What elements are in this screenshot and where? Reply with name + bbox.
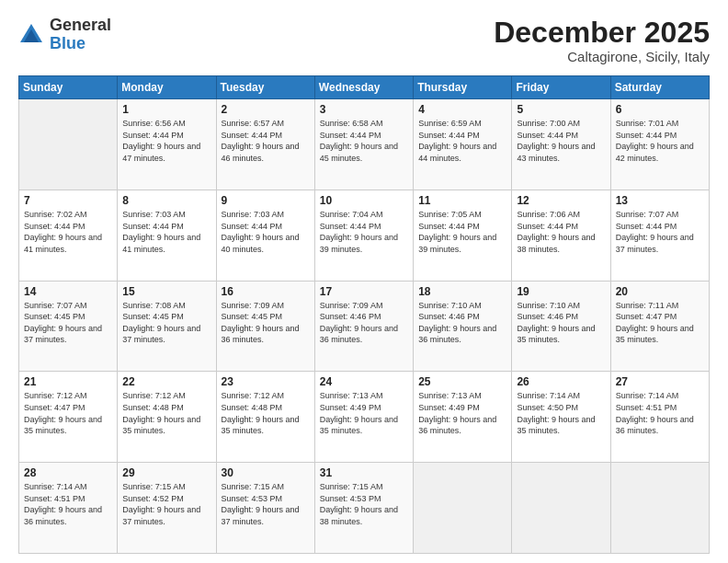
calendar-cell: 6Sunrise: 7:01 AMSunset: 4:44 PMDaylight…: [610, 99, 709, 190]
calendar-cell: 5Sunrise: 7:00 AMSunset: 4:44 PMDaylight…: [512, 99, 610, 190]
day-info: Sunrise: 7:14 AMSunset: 4:51 PMDaylight:…: [616, 390, 704, 436]
calendar-cell: 12Sunrise: 7:06 AMSunset: 4:44 PMDayligh…: [512, 190, 610, 281]
day-header-saturday: Saturday: [610, 76, 709, 99]
day-info: Sunrise: 7:15 AMSunset: 4:53 PMDaylight:…: [222, 481, 310, 527]
day-number: 24: [320, 375, 408, 388]
day-number: 4: [418, 103, 506, 116]
calendar-cell: 8Sunrise: 7:03 AMSunset: 4:44 PMDaylight…: [118, 190, 216, 281]
calendar-cell: 26Sunrise: 7:14 AMSunset: 4:50 PMDayligh…: [512, 372, 610, 463]
day-info: Sunrise: 7:13 AMSunset: 4:49 PMDaylight:…: [320, 390, 408, 436]
day-number: 30: [222, 466, 310, 479]
calendar-header: SundayMondayTuesdayWednesdayThursdayFrid…: [19, 76, 710, 99]
calendar-cell: 2Sunrise: 6:57 AMSunset: 4:44 PMDaylight…: [216, 99, 314, 190]
day-info: Sunrise: 7:15 AMSunset: 4:53 PMDaylight:…: [320, 481, 408, 527]
day-number: 9: [222, 194, 310, 207]
logo-general: General: [50, 16, 111, 34]
day-info: Sunrise: 7:03 AMSunset: 4:44 PMDaylight:…: [122, 209, 210, 255]
title-block: December 2025 Caltagirone, Sicily, Italy: [494, 17, 710, 64]
day-info: Sunrise: 6:59 AMSunset: 4:44 PMDaylight:…: [418, 118, 506, 164]
day-info: Sunrise: 7:07 AMSunset: 4:44 PMDaylight:…: [616, 209, 704, 255]
day-info: Sunrise: 7:15 AMSunset: 4:52 PMDaylight:…: [122, 481, 210, 527]
calendar-cell: [512, 463, 610, 554]
day-info: Sunrise: 7:10 AMSunset: 4:46 PMDaylight:…: [517, 300, 605, 346]
day-info: Sunrise: 7:12 AMSunset: 4:47 PMDaylight:…: [24, 390, 112, 436]
calendar-cell: 18Sunrise: 7:10 AMSunset: 4:46 PMDayligh…: [414, 281, 512, 372]
day-number: 28: [24, 466, 112, 479]
calendar-cell: 14Sunrise: 7:07 AMSunset: 4:45 PMDayligh…: [19, 281, 118, 372]
calendar-cell: 21Sunrise: 7:12 AMSunset: 4:47 PMDayligh…: [19, 372, 118, 463]
day-header-sunday: Sunday: [19, 76, 118, 99]
calendar-cell: 13Sunrise: 7:07 AMSunset: 4:44 PMDayligh…: [610, 190, 709, 281]
day-number: 15: [122, 285, 210, 298]
calendar-cell: [414, 463, 512, 554]
week-row-0: 1Sunrise: 6:56 AMSunset: 4:44 PMDaylight…: [19, 99, 710, 190]
header-row: SundayMondayTuesdayWednesdayThursdayFrid…: [19, 76, 710, 99]
day-number: 16: [222, 285, 310, 298]
week-row-2: 14Sunrise: 7:07 AMSunset: 4:45 PMDayligh…: [19, 281, 710, 372]
calendar-cell: [610, 463, 709, 554]
day-number: 8: [122, 194, 210, 207]
day-number: 7: [24, 194, 112, 207]
day-number: 2: [222, 103, 310, 116]
day-info: Sunrise: 7:14 AMSunset: 4:51 PMDaylight:…: [24, 481, 112, 527]
calendar-cell: [19, 99, 118, 190]
day-number: 19: [517, 285, 605, 298]
calendar-cell: 9Sunrise: 7:03 AMSunset: 4:44 PMDaylight…: [216, 190, 314, 281]
logo: General Blue: [18, 17, 111, 53]
day-number: 26: [517, 375, 605, 388]
month-title: December 2025: [494, 17, 710, 49]
week-row-4: 28Sunrise: 7:14 AMSunset: 4:51 PMDayligh…: [19, 463, 710, 554]
day-info: Sunrise: 7:09 AMSunset: 4:46 PMDaylight:…: [320, 300, 408, 346]
day-info: Sunrise: 7:05 AMSunset: 4:44 PMDaylight:…: [418, 209, 506, 255]
calendar-body: 1Sunrise: 6:56 AMSunset: 4:44 PMDaylight…: [19, 99, 710, 554]
week-row-1: 7Sunrise: 7:02 AMSunset: 4:44 PMDaylight…: [19, 190, 710, 281]
day-info: Sunrise: 7:14 AMSunset: 4:50 PMDaylight:…: [517, 390, 605, 436]
day-info: Sunrise: 7:10 AMSunset: 4:46 PMDaylight:…: [418, 300, 506, 346]
logo-text: General Blue: [50, 17, 111, 53]
day-info: Sunrise: 6:57 AMSunset: 4:44 PMDaylight:…: [222, 118, 310, 164]
calendar-cell: 31Sunrise: 7:15 AMSunset: 4:53 PMDayligh…: [314, 463, 413, 554]
day-number: 6: [616, 103, 704, 116]
calendar-cell: 29Sunrise: 7:15 AMSunset: 4:52 PMDayligh…: [118, 463, 216, 554]
day-number: 18: [418, 285, 506, 298]
day-info: Sunrise: 7:02 AMSunset: 4:44 PMDaylight:…: [24, 209, 112, 255]
day-info: Sunrise: 7:12 AMSunset: 4:48 PMDaylight:…: [122, 390, 210, 436]
calendar-cell: 28Sunrise: 7:14 AMSunset: 4:51 PMDayligh…: [19, 463, 118, 554]
day-number: 25: [418, 375, 506, 388]
day-number: 17: [320, 285, 408, 298]
calendar-cell: 24Sunrise: 7:13 AMSunset: 4:49 PMDayligh…: [314, 372, 413, 463]
day-number: 22: [122, 375, 210, 388]
day-info: Sunrise: 6:56 AMSunset: 4:44 PMDaylight:…: [122, 118, 210, 164]
day-info: Sunrise: 7:03 AMSunset: 4:44 PMDaylight:…: [222, 209, 310, 255]
day-info: Sunrise: 7:09 AMSunset: 4:45 PMDaylight:…: [222, 300, 310, 346]
day-header-thursday: Thursday: [414, 76, 512, 99]
day-number: 21: [24, 375, 112, 388]
day-info: Sunrise: 7:06 AMSunset: 4:44 PMDaylight:…: [517, 209, 605, 255]
day-info: Sunrise: 7:01 AMSunset: 4:44 PMDaylight:…: [616, 118, 704, 164]
day-info: Sunrise: 7:11 AMSunset: 4:47 PMDaylight:…: [616, 300, 704, 346]
calendar-cell: 27Sunrise: 7:14 AMSunset: 4:51 PMDayligh…: [610, 372, 709, 463]
day-info: Sunrise: 7:13 AMSunset: 4:49 PMDaylight:…: [418, 390, 506, 436]
day-number: 29: [122, 466, 210, 479]
day-header-monday: Monday: [118, 76, 216, 99]
day-number: 27: [616, 375, 704, 388]
calendar-cell: 25Sunrise: 7:13 AMSunset: 4:49 PMDayligh…: [414, 372, 512, 463]
calendar-cell: 16Sunrise: 7:09 AMSunset: 4:45 PMDayligh…: [216, 281, 314, 372]
day-info: Sunrise: 7:07 AMSunset: 4:45 PMDaylight:…: [24, 300, 112, 346]
day-number: 11: [418, 194, 506, 207]
day-header-wednesday: Wednesday: [314, 76, 413, 99]
day-header-tuesday: Tuesday: [216, 76, 314, 99]
calendar-cell: 1Sunrise: 6:56 AMSunset: 4:44 PMDaylight…: [118, 99, 216, 190]
day-number: 5: [517, 103, 605, 116]
week-row-3: 21Sunrise: 7:12 AMSunset: 4:47 PMDayligh…: [19, 372, 710, 463]
day-info: Sunrise: 6:58 AMSunset: 4:44 PMDaylight:…: [320, 118, 408, 164]
calendar-cell: 7Sunrise: 7:02 AMSunset: 4:44 PMDaylight…: [19, 190, 118, 281]
calendar-cell: 17Sunrise: 7:09 AMSunset: 4:46 PMDayligh…: [314, 281, 413, 372]
day-number: 3: [320, 103, 408, 116]
location-subtitle: Caltagirone, Sicily, Italy: [494, 49, 710, 64]
calendar-table: SundayMondayTuesdayWednesdayThursdayFrid…: [18, 75, 710, 554]
day-number: 12: [517, 194, 605, 207]
day-number: 1: [122, 103, 210, 116]
day-number: 31: [320, 466, 408, 479]
page: General Blue December 2025 Caltagirone, …: [0, 0, 728, 563]
